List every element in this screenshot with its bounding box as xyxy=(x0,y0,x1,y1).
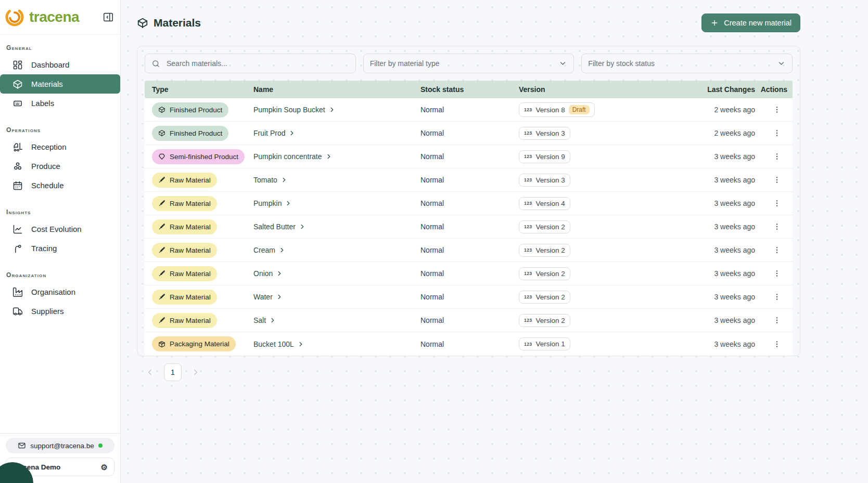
chevron-right-icon xyxy=(276,293,283,301)
sidebar-section: Operations Reception Produce Schedule xyxy=(0,121,120,195)
material-type-filter-placeholder: Filter by material type xyxy=(370,59,440,68)
chevron-right-icon xyxy=(328,106,336,113)
stock-status-filter[interactable]: Filter by stock status xyxy=(581,54,793,73)
row-actions-kebab-icon[interactable] xyxy=(773,152,781,161)
column-header-last-changes: Last Changes xyxy=(696,85,755,94)
cube-icon xyxy=(137,17,148,29)
row-actions-kebab-icon[interactable] xyxy=(773,316,781,324)
pagination: 1 xyxy=(137,363,800,381)
chevron-right-icon xyxy=(285,200,292,207)
sidebar-section: Organization Organisation Suppliers xyxy=(0,266,120,321)
material-name-link[interactable]: Pumpkin xyxy=(253,199,292,207)
material-name-link[interactable]: Bucket 100L xyxy=(253,340,304,348)
sidebar-section-label: General xyxy=(0,39,120,55)
sidebar-item-cost-evolution[interactable]: Cost Evolution xyxy=(0,219,120,239)
cube-icon xyxy=(12,79,23,89)
type-badge: Raw Material xyxy=(152,196,217,211)
row-actions-kebab-icon[interactable] xyxy=(773,269,781,278)
material-name-link[interactable]: Salted Butter xyxy=(253,223,306,231)
label-icon xyxy=(12,98,23,109)
tracing-icon xyxy=(12,243,23,254)
previous-page-icon[interactable] xyxy=(145,368,155,377)
sidebar-item-label: Tracing xyxy=(31,244,57,253)
create-new-material-button[interactable]: Create new material xyxy=(701,14,800,32)
sidebar-item-suppliers[interactable]: Suppliers xyxy=(0,302,120,321)
stock-status-value: Normal xyxy=(420,316,519,324)
type-badge: Raw Material xyxy=(152,243,217,258)
last-changes-value: 2 weeks ago xyxy=(696,129,755,137)
version-chip: 123 Version 2 xyxy=(519,267,570,280)
table-row: Semi-finished Product Pumpkin concentrat… xyxy=(145,145,793,168)
chevron-right-icon xyxy=(269,317,276,324)
material-name-link[interactable]: Pumpkin Soup Bucket xyxy=(253,106,336,114)
column-header-name: Name xyxy=(253,85,420,94)
table-body: Finished Product Pumpkin Soup Bucket Nor… xyxy=(145,98,793,356)
last-changes-value: 3 weeks ago xyxy=(696,246,755,254)
stock-status-filter-placeholder: Filter by stock status xyxy=(588,59,655,68)
stock-status-value: Normal xyxy=(420,176,519,184)
version-chip: 123 Version 3 xyxy=(519,174,570,187)
version-chip: 123 Version 1 xyxy=(519,337,570,350)
version-chip: 123 Version 4 xyxy=(519,197,570,210)
version-123-icon: 123 xyxy=(524,201,532,206)
sidebar-item-dashboard[interactable]: Dashboard xyxy=(0,55,120,74)
sidebar-item-reception[interactable]: Reception xyxy=(0,137,120,156)
chart-line-icon xyxy=(12,224,23,234)
draft-badge: Draft xyxy=(569,105,590,114)
support-email-text: support@tracena.be xyxy=(30,442,94,450)
cube-icon xyxy=(158,106,165,113)
table-row: Raw Material Pumpkin Normal 123 Version … xyxy=(145,192,793,215)
row-actions-kebab-icon[interactable] xyxy=(773,199,781,207)
row-actions-kebab-icon[interactable] xyxy=(773,176,781,184)
next-page-icon[interactable] xyxy=(191,368,200,377)
sidebar-item-organisation[interactable]: Organisation xyxy=(0,282,120,302)
forklift-icon xyxy=(12,142,23,152)
search-input[interactable] xyxy=(165,59,349,68)
sidebar-item-labels[interactable]: Labels xyxy=(0,94,120,113)
material-name-link[interactable]: Salt xyxy=(253,316,276,324)
material-name-link[interactable]: Pumpkin concentrate xyxy=(253,152,333,161)
page-title: Materials xyxy=(137,17,201,29)
tracena-logo-icon xyxy=(4,7,25,28)
material-name-link[interactable]: Tomato xyxy=(253,176,288,184)
chevron-right-icon xyxy=(276,270,283,277)
collapse-sidebar-icon[interactable] xyxy=(103,11,114,23)
column-header-type: Type xyxy=(145,85,253,94)
last-changes-value: 3 weeks ago xyxy=(696,293,755,301)
material-name-link[interactable]: Fruit Prod xyxy=(253,129,296,137)
table-row: Packaging Material Bucket 100L Normal 12… xyxy=(145,332,793,356)
sidebar-item-schedule[interactable]: Schedule xyxy=(0,176,120,195)
sidebar-item-produce[interactable]: Produce xyxy=(0,156,120,176)
page-number-button[interactable]: 1 xyxy=(164,363,182,381)
type-badge: Raw Material xyxy=(152,266,217,281)
material-name-link[interactable]: Cream xyxy=(253,246,286,254)
version-123-icon: 123 xyxy=(524,342,532,347)
column-header-stock-status: Stock status xyxy=(420,85,519,94)
type-badge: Raw Material xyxy=(152,290,217,305)
sidebar-item-label: Organisation xyxy=(31,288,75,296)
last-changes-value: 2 weeks ago xyxy=(696,106,755,114)
row-actions-kebab-icon[interactable] xyxy=(773,106,781,114)
table-row: Raw Material Cream Normal 123 Version 2 … xyxy=(145,239,793,262)
sidebar-item-tracing[interactable]: Tracing xyxy=(0,239,120,258)
version-chip: 123 Version 2 xyxy=(519,220,570,233)
row-actions-kebab-icon[interactable] xyxy=(773,223,781,231)
material-name-link[interactable]: Water xyxy=(253,293,283,301)
search-box xyxy=(145,54,356,73)
support-email-pill[interactable]: support@tracena.be xyxy=(6,438,114,453)
sidebar-item-label: Dashboard xyxy=(31,60,69,69)
sidebar-item-label: Schedule xyxy=(31,181,64,190)
row-actions-kebab-icon[interactable] xyxy=(773,129,781,137)
material-type-filter[interactable]: Filter by material type xyxy=(363,54,575,73)
material-name-link[interactable]: Onion xyxy=(253,269,283,278)
row-actions-kebab-icon[interactable] xyxy=(773,246,781,254)
row-actions-kebab-icon[interactable] xyxy=(773,340,781,348)
sidebar-item-label: Cost Evolution xyxy=(31,225,82,233)
version-chip: 123 Version 8 Draft xyxy=(519,102,595,117)
version-123-icon: 123 xyxy=(524,247,532,253)
gear-icon[interactable]: ⚙ xyxy=(101,463,108,471)
sidebar-item-materials[interactable]: Materials xyxy=(0,74,120,94)
chevron-right-icon xyxy=(297,341,304,348)
dashboard-icon xyxy=(12,60,23,70)
row-actions-kebab-icon[interactable] xyxy=(773,293,781,301)
